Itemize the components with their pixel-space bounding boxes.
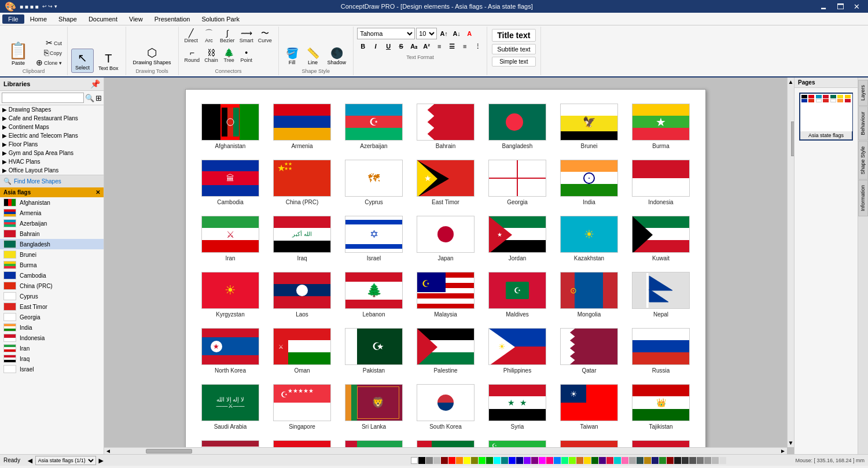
tree-button[interactable]: 🌲Tree — [220, 47, 238, 64]
bold-button[interactable]: B — [357, 40, 369, 52]
title-text-button[interactable]: Title text — [492, 29, 535, 42]
flag-card-syria[interactable]: ★ ★ Syria — [484, 382, 550, 432]
flag-card-azerbaijan[interactable]: ☪ Azerbaijan — [341, 101, 407, 152]
shadow-button[interactable]: 🌑Shadow — [324, 45, 350, 67]
lib-office-layout[interactable]: ▶ Office Layout Plans — [0, 166, 104, 175]
italic-button[interactable]: I — [370, 40, 381, 52]
color-swatch[interactable] — [456, 457, 463, 464]
flag-card-kyrgyzstan[interactable]: ☀ Kyrgyzstan — [197, 270, 263, 320]
color-swatch[interactable] — [614, 457, 621, 464]
flag-item-cyprus[interactable]: Cyprus — [0, 291, 104, 301]
scroll-right-button[interactable]: ► — [779, 448, 787, 454]
flag-card-nepal[interactable]: Nepal — [628, 270, 694, 320]
layers-tab[interactable]: Layers — [858, 80, 868, 106]
color-swatch[interactable] — [576, 457, 583, 464]
flag-card-south-korea[interactable]: South Korea — [413, 382, 479, 432]
menu-solution-park[interactable]: Solution Park — [196, 14, 245, 24]
color-swatch[interactable] — [606, 457, 613, 464]
flag-card-north-korea[interactable]: ★ North Korea — [197, 326, 263, 376]
color-swatch[interactable] — [569, 457, 576, 464]
flag-item-indonesia[interactable]: Indonesia — [0, 333, 104, 343]
page-thumbnail[interactable]: Asia state flags — [799, 93, 853, 141]
flag-item-afghanistan[interactable]: Afghanistan — [0, 197, 104, 208]
flag-card-georgia[interactable]: Georgia — [484, 157, 550, 208]
flag-card-uzbekistan[interactable]: ☪ ★★★★★★★★★★★★ Uzbekistan — [484, 438, 550, 447]
font-shrink-button[interactable]: A↓ — [451, 28, 462, 39]
flag-item-cambodia[interactable]: Cambodia — [0, 270, 104, 281]
color-swatch[interactable] — [629, 457, 636, 464]
flag-card-burma[interactable]: ★ Burma — [628, 101, 694, 152]
paste-button[interactable]: 📋 Paste — [3, 40, 33, 67]
flag-card-india[interactable]: India — [556, 157, 622, 208]
color-swatch[interactable] — [599, 457, 606, 464]
arc-button[interactable]: ⌒Arc — [200, 28, 218, 45]
scroll-left-button[interactable]: ◄ — [104, 448, 112, 454]
flag-item-georgia[interactable]: Georgia — [0, 312, 104, 322]
page-select[interactable]: Asia state flags (1/1) — [35, 456, 96, 465]
color-swatch[interactable] — [561, 457, 568, 464]
chain-button[interactable]: ⛓Chain — [202, 47, 220, 64]
flag-card-singapore[interactable]: ☪ ★★★★★ Singapore — [269, 382, 335, 432]
color-swatch[interactable] — [621, 457, 628, 464]
cut-button[interactable]: ✂Cut — [34, 38, 64, 47]
color-swatch[interactable] — [719, 457, 726, 464]
flag-item-china[interactable]: China (PRC) — [0, 281, 104, 291]
flag-item-bahrain[interactable]: Bahrain — [0, 229, 104, 239]
flag-card-palestine[interactable]: Palestine — [413, 326, 479, 376]
flag-card-brunei[interactable]: 🦅 Brunei — [556, 101, 622, 152]
flag-item-bangladesh[interactable]: Bangladesh — [0, 239, 104, 249]
drawing-shapes-button[interactable]: ⬡ Drawing Shapes — [130, 44, 175, 67]
flag-item-burma[interactable]: Burma — [0, 260, 104, 270]
flag-card-armenia[interactable]: Armenia — [269, 101, 335, 152]
flag-card-turkey[interactable]: ☪ ★ Turkey — [269, 438, 335, 447]
flag-card-tajikistan[interactable]: 👑 Tajikistan — [628, 382, 694, 432]
flag-card-cambodia[interactable]: 🏛 Cambodia — [197, 157, 263, 208]
flag-card-uae[interactable]: United Arab Emirates — [413, 438, 479, 447]
horizontal-scrollbar[interactable]: ◄ ► — [104, 447, 787, 454]
flag-card-east-timor[interactable]: ★ East Timor — [413, 157, 479, 208]
flag-card-saudi-arabia[interactable]: لا إله إلا الله——⚔—— Saudi Arabia — [197, 382, 263, 432]
color-swatch[interactable] — [554, 457, 561, 464]
flag-card-turkmenistan[interactable]: ☪★ Turkmenistan — [341, 438, 407, 447]
color-swatch[interactable] — [697, 457, 704, 464]
color-swatch[interactable] — [494, 457, 501, 464]
flag-item-iran[interactable]: Iran — [0, 343, 104, 353]
point-button[interactable]: •Point — [238, 47, 255, 64]
lib-drawing-shapes[interactable]: ▶ Drawing Shapes — [0, 105, 104, 114]
superscript-button[interactable]: A² — [421, 40, 432, 52]
flag-card-yemen[interactable]: Yemen — [628, 438, 694, 447]
flag-card-afghanistan[interactable]: Afghanistan — [197, 101, 263, 152]
flag-card-japan[interactable]: Japan — [413, 213, 479, 264]
prev-page-button[interactable]: ◄ — [26, 456, 34, 465]
flag-card-iran[interactable]: ⚔ Iran — [197, 213, 263, 264]
color-swatch[interactable] — [433, 457, 440, 464]
behaviour-tab[interactable]: Behaviour — [858, 106, 868, 141]
color-swatch[interactable] — [486, 457, 493, 464]
subscript-button[interactable]: A₂ — [408, 40, 420, 52]
color-swatch[interactable] — [418, 457, 425, 464]
search-icon[interactable]: 🔍 — [85, 94, 94, 102]
flag-card-bahrain[interactable]: Bahrain — [413, 101, 479, 152]
color-swatch[interactable] — [644, 457, 651, 464]
color-swatch[interactable] — [509, 457, 516, 464]
bezier-button[interactable]: ∫Bezier — [218, 28, 237, 45]
flag-card-russia[interactable]: Russia — [628, 326, 694, 376]
round-button[interactable]: ⌐Round — [182, 47, 203, 64]
flag-card-maldives[interactable]: ☪ Maldives — [484, 270, 550, 320]
color-swatch[interactable] — [448, 457, 455, 464]
color-swatch[interactable] — [426, 457, 433, 464]
flag-card-philippines[interactable]: ☀ Philippines — [484, 326, 550, 376]
color-swatch[interactable] — [682, 457, 689, 464]
color-swatch[interactable] — [411, 457, 418, 464]
text-box-button[interactable]: T Text Box — [95, 50, 122, 73]
flag-card-cyprus[interactable]: 🗺 Cyprus — [341, 157, 407, 208]
lib-hvac[interactable]: ▶ HVAC Plans — [0, 157, 104, 166]
color-swatch[interactable] — [667, 457, 674, 464]
flag-card-china[interactable]: ★ ★★ ★★ China (PRC) — [269, 157, 335, 208]
color-swatch[interactable] — [637, 457, 643, 464]
flag-card-indonesia[interactable]: Indonesia — [628, 157, 694, 208]
vertical-scrollbar[interactable]: ▲ ▼ — [787, 78, 794, 447]
flag-item-israel[interactable]: Israel — [0, 364, 104, 374]
color-swatch[interactable] — [464, 457, 470, 464]
flag-card-thailand[interactable]: Thailand — [197, 438, 263, 447]
